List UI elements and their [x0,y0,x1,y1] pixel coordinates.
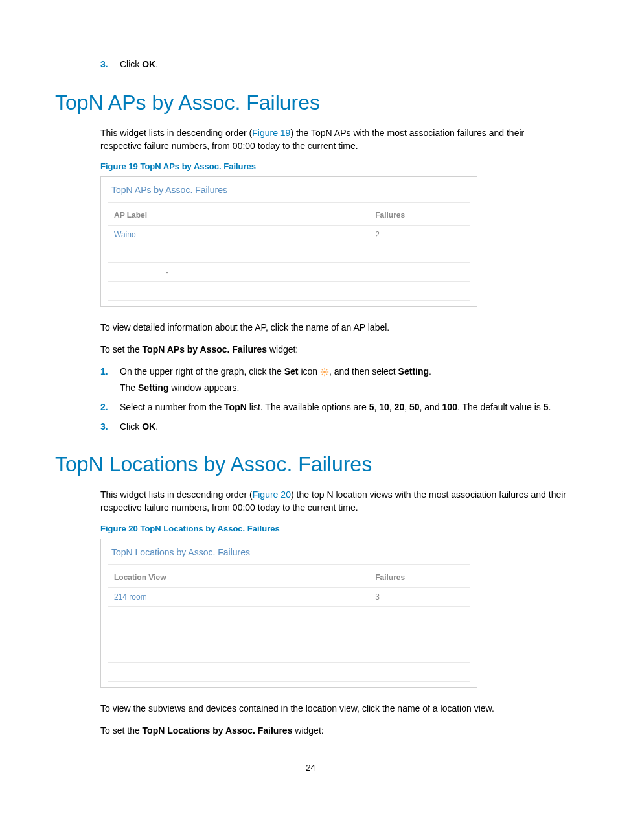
option-100: 100 [442,402,457,412]
step-1: 1. On the upper right of the graph, clic… [100,366,566,395]
table-row [108,606,470,625]
intro-text: This widget lists in descending order ( [100,128,252,138]
table-row: - [108,263,470,282]
svg-line-6 [326,374,328,375]
text: . [549,402,551,412]
table-row [108,662,470,681]
step-number: 2. [100,401,120,414]
page-number: 24 [55,763,566,773]
text: widget: [267,344,298,355]
step-3: 3. Click OK. [100,421,566,434]
table-row: 214 room 3 [108,587,470,606]
text: To set the [100,344,143,355]
step-text: . [155,59,158,69]
locations-table: Location View Failures 214 room 3 [108,568,470,682]
figure-19-link[interactable]: Figure 19 [252,128,290,138]
widget-title: TopN Locations by Assoc. Failures [108,546,470,565]
option-20: 20 [395,402,405,412]
figure-20-link[interactable]: Figure 20 [253,489,291,500]
table-row [108,644,470,662]
step-2: 2. Select a number from the TopN list. T… [100,401,566,414]
figure-19-caption: Figure 19 TopN APs by Assoc. Failures [100,161,566,171]
text: , and [420,402,442,412]
text: , [389,402,395,412]
heading-topn-aps: TopN APs by Assoc. Failures [55,91,566,115]
failures-value: 2 [369,226,470,244]
ok-label: OK [142,421,155,432]
svg-line-8 [326,369,328,371]
table-row: Waino 2 [108,226,470,244]
col-failures: Failures [369,568,470,588]
setting-label: Setting [138,382,168,393]
text: list. The available options are [247,402,369,412]
intro-paragraph: This widget lists in descending order (F… [100,126,566,153]
text: . [155,421,158,432]
ap-label-empty: - [108,263,369,282]
widget-topn-locations: TopN Locations by Assoc. Failures Locati… [100,539,477,688]
text: window appears. [168,382,239,393]
option-10: 10 [379,402,389,412]
svg-line-5 [322,369,323,371]
aps-table: AP Label Failures Waino 2 - [108,205,470,301]
text: Click [120,421,142,432]
instruction-view-detail: To view detailed information about the A… [100,321,566,334]
table-row [108,625,470,644]
default-5: 5 [544,402,549,412]
step-number: 3. [100,58,120,71]
instruction-set-widget: To set the TopN Locations by Assoc. Fail… [100,724,566,737]
step-3-click-ok: 3. Click OK. [100,58,566,71]
svg-point-0 [323,371,326,373]
table-row [108,282,470,301]
text: To set the [100,725,143,736]
gear-icon [320,368,329,377]
heading-topn-locations: TopN Locations by Assoc. Failures [55,452,566,476]
text: , and then select [329,366,398,377]
text: . The default value is [457,402,544,412]
table-row [108,244,470,263]
widget-name: TopN APs by Assoc. Failures [143,344,267,355]
step-text: Click [120,59,142,69]
text: widget: [292,725,323,736]
option-50: 50 [409,402,420,412]
setting-label: Setting [398,366,429,377]
intro-paragraph: This widget lists in descending order (F… [100,488,566,515]
location-link[interactable]: 214 room [108,587,369,606]
set-label: Set [284,366,299,377]
intro-text: This widget lists in descending order ( [100,489,253,500]
step-number: 3. [100,421,120,434]
ok-label: OK [142,59,155,69]
text: On the upper right of the graph, click t… [120,366,284,377]
instruction-view-subviews: To view the subviews and devices contain… [100,702,566,715]
failures-value: 3 [369,587,470,606]
text: . [429,366,431,377]
instruction-set-widget: To set the TopN APs by Assoc. Failures w… [100,343,566,356]
text: The [120,382,138,393]
step-number: 1. [100,366,120,395]
svg-line-7 [322,374,323,375]
text: icon [299,366,320,377]
widget-title: TopN APs by Assoc. Failures [108,183,470,203]
table-header-row: AP Label Failures [108,205,470,226]
widget-topn-aps: TopN APs by Assoc. Failures AP Label Fai… [100,176,477,307]
widget-name: TopN Locations by Assoc. Failures [143,725,293,736]
text: Select a number from the [120,402,224,412]
figure-20-caption: Figure 20 TopN Locations by Assoc. Failu… [100,524,566,533]
ap-label-link[interactable]: Waino [108,226,369,244]
text: , [404,402,409,412]
col-location-view: Location View [108,568,369,588]
col-failures: Failures [369,205,470,226]
col-ap-label: AP Label [108,205,369,226]
topn-label: TopN [224,402,247,412]
table-header-row: Location View Failures [108,568,470,588]
